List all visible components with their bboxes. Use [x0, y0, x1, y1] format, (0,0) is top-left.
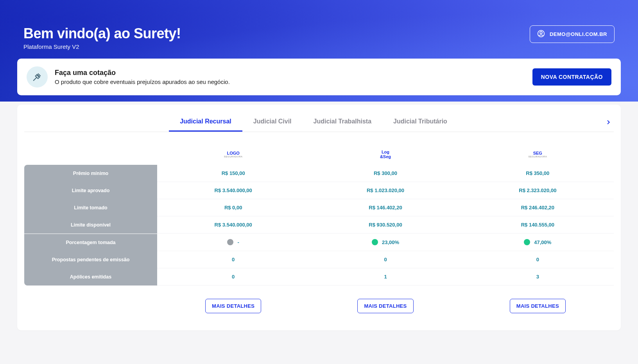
- user-email: DEMO@ONLI.COM.BR: [550, 31, 607, 37]
- details-button-3[interactable]: MAIS DETALHES: [510, 299, 566, 313]
- tab-judicial-trabalhista[interactable]: Judicial Trabalhista: [303, 112, 383, 132]
- svg-point-1: [540, 32, 542, 34]
- metric-row: Limite tomadoR$ 0,00R$ 146.402,20R$ 246.…: [24, 199, 614, 216]
- metric-value: 0: [157, 268, 309, 285]
- comparison-table: LOGOSEGURADORA Log&Seg SEGSEGURADORAPrêm…: [24, 141, 614, 285]
- metric-label: Prêmio mínimo: [24, 165, 157, 182]
- metric-row: Propostas pendentes de emissão000: [24, 251, 614, 268]
- metric-row: Limite disponívelR$ 3.540.000,00R$ 930.5…: [24, 216, 614, 234]
- gavel-icon: [27, 66, 48, 87]
- metric-row: Apólices emitidas013: [24, 268, 614, 285]
- metric-row: Porcentagem tomada-23,00%47,00%: [24, 234, 614, 251]
- insurer-logo-3: SEGSEGURADORA: [462, 141, 614, 165]
- metric-row: Limite aprovadoR$ 3.540.000,00R$ 1.023.0…: [24, 182, 614, 199]
- comparison-card: Judicial RecursalJudicial CivilJudicial …: [17, 105, 621, 330]
- metric-label: Limite disponível: [24, 216, 157, 234]
- metric-value: R$ 146.402,20: [309, 199, 461, 216]
- metric-value: 0: [157, 251, 309, 268]
- quote-title: Faça uma cotação: [55, 69, 230, 77]
- status-dot: [524, 239, 530, 245]
- metric-value: -: [157, 234, 309, 251]
- metric-label: Apólices emitidas: [24, 268, 157, 285]
- details-button-1[interactable]: MAIS DETALHES: [205, 299, 261, 313]
- metric-value: R$ 300,00: [309, 165, 461, 182]
- metric-value: R$ 246.402,20: [462, 199, 614, 216]
- metric-value: 1: [309, 268, 461, 285]
- metric-value: R$ 3.540.000,00: [157, 182, 309, 199]
- metric-row: Prêmio mínimoR$ 150,00R$ 300,00R$ 350,00: [24, 165, 614, 182]
- tab-judicial-civil[interactable]: Judicial Civil: [242, 112, 303, 132]
- quote-card: Faça uma cotação O produto que cobre eve…: [17, 59, 621, 95]
- new-quote-button[interactable]: NOVA CONTRATAÇÃO: [532, 68, 611, 86]
- metric-label: Limite tomado: [24, 199, 157, 216]
- metric-value: 47,00%: [462, 234, 614, 251]
- metric-value: R$ 140.555,00: [462, 216, 614, 234]
- status-dot: [372, 239, 378, 245]
- status-dot: [227, 239, 233, 245]
- metric-value: R$ 1.023.020,00: [309, 182, 461, 199]
- details-button-2[interactable]: MAIS DETALHES: [357, 299, 413, 313]
- metric-value: 3: [462, 268, 614, 285]
- details-row: MAIS DETALHES MAIS DETALHES MAIS DETALHE…: [24, 293, 614, 319]
- metric-value: 0: [309, 251, 461, 268]
- metric-label: Limite aprovado: [24, 182, 157, 199]
- insurer-logo-1: LOGOSEGURADORA: [157, 141, 309, 165]
- quote-description: O produto que cobre eventuais prejuízos …: [55, 79, 230, 85]
- tab-judicial-tributário[interactable]: Judicial Tributário: [382, 112, 458, 132]
- metric-label: Porcentagem tomada: [24, 234, 157, 251]
- metric-label: Propostas pendentes de emissão: [24, 251, 157, 268]
- metric-value: R$ 0,00: [157, 199, 309, 216]
- metric-value: 23,00%: [309, 234, 461, 251]
- page-subtitle: Plataforma Surety V2: [23, 43, 181, 50]
- metric-value: R$ 2.323.020,00: [462, 182, 614, 199]
- tab-scroll-right[interactable]: [603, 117, 614, 128]
- metric-value: R$ 3.540.000,00: [157, 216, 309, 234]
- user-menu[interactable]: DEMO@ONLI.COM.BR: [530, 25, 615, 43]
- metric-value: R$ 150,00: [157, 165, 309, 182]
- tab-list: Judicial RecursalJudicial CivilJudicial …: [24, 112, 603, 132]
- tab-judicial-recursal[interactable]: Judicial Recursal: [169, 112, 242, 132]
- user-avatar-icon: [537, 30, 545, 39]
- metric-value: R$ 930.520,00: [309, 216, 461, 234]
- metric-value: 0: [462, 251, 614, 268]
- page-title: Bem vindo(a) ao Surety!: [23, 25, 181, 42]
- hero-text: Bem vindo(a) ao Surety! Plataforma Suret…: [23, 25, 181, 50]
- insurer-logo-2: Log&Seg: [309, 141, 461, 165]
- metric-value: R$ 350,00: [462, 165, 614, 182]
